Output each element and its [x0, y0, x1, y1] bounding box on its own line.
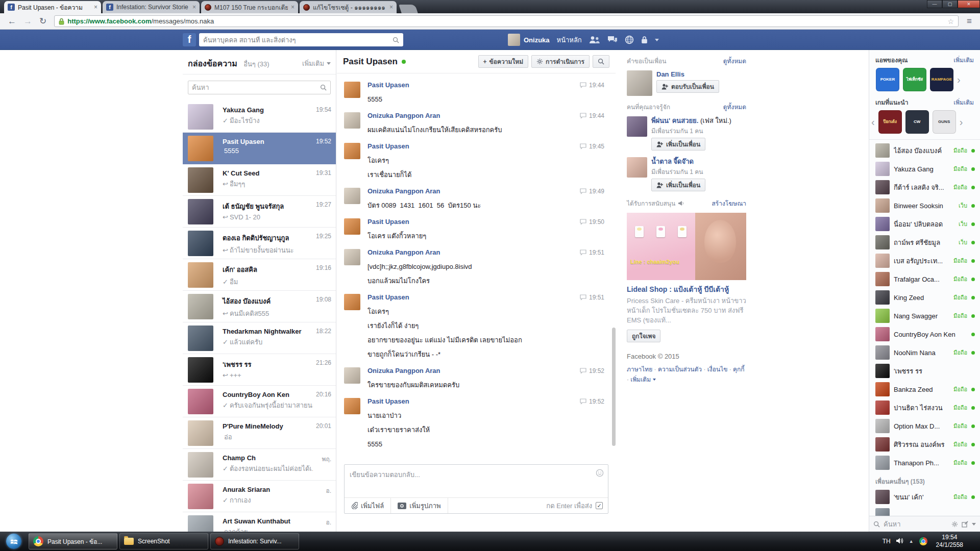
footer-link[interactable]: ภาษาไทย	[627, 366, 658, 373]
minimize-button[interactable]: —	[927, 0, 942, 8]
more-apps-link[interactable]: เพิ่มเติม	[953, 55, 974, 65]
app-tile[interactable]: POKER	[876, 68, 899, 91]
notifications-globe-icon[interactable]	[625, 35, 634, 44]
game-tile[interactable]: ป๊อกเด้ง	[878, 110, 902, 134]
conversation-item[interactable]: Art Suwan Kunthabut กากด้วย อ.	[183, 512, 336, 532]
ad-title-link[interactable]: Lideal Shop : แป้งเต้าหู้ บีบีเต้าหู้	[627, 285, 746, 294]
add-photo-button[interactable]: เพิ่มรูปภาพ	[391, 498, 448, 513]
message-sender[interactable]: Onizuka Pangpon Aran	[368, 366, 608, 375]
close-tab-icon[interactable]: ×	[291, 4, 295, 10]
footer-link[interactable]: ความเป็นส่วนตัว	[658, 366, 707, 373]
enter-to-send-checkbox[interactable]: ✓	[596, 502, 603, 509]
message-sender[interactable]: Pasit Upasen	[368, 217, 608, 227]
ad-image[interactable]: Line : chaaim2you	[627, 213, 746, 280]
conversation-item[interactable]: ตองเอ กิตติปรัชญานุกูล ↩ถ้าไม่ขายงั้นขอผ…	[183, 228, 336, 259]
avatar[interactable]	[344, 367, 360, 384]
inbox-search-input[interactable]	[192, 84, 320, 91]
actions-button[interactable]: การดำเนินการ	[531, 55, 590, 68]
chat-contact[interactable]: Binweer Sooksin เว็บ	[869, 196, 980, 215]
taskbar-button[interactable]: Infestation: Surviv...	[210, 533, 299, 549]
chat-contact[interactable]: 'เพชรร รร	[869, 362, 980, 380]
browser-tab[interactable]: f แก้ไขโซรเซตู้ - ๑๑๑๑๑๑๑๑ ×	[300, 1, 397, 13]
footer-more-link[interactable]: เพิ่มเติม	[630, 374, 656, 385]
friend-requests-icon[interactable]	[589, 36, 600, 44]
chat-contact[interactable]: ไอ้สอง บ๊องแบงค์ มือถือ	[869, 141, 980, 160]
suggestion-name[interactable]: น้ำตาล จี๊ดจ๊าด	[651, 157, 705, 166]
messages-icon[interactable]	[607, 36, 618, 44]
avatar[interactable]	[344, 112, 360, 129]
address-bar[interactable]: https://www.facebook.com/messages/mos.na…	[54, 15, 959, 27]
chevron-right-icon[interactable]: ›	[957, 74, 961, 85]
conversation-item[interactable]: เค้ก' ออสคิล ✓อืม 19:16	[183, 259, 336, 291]
create-ad-link[interactable]: สร้างโฆษณา	[712, 198, 747, 208]
avatar[interactable]	[344, 398, 360, 414]
chat-contact[interactable]: NooNim Nana มือถือ	[869, 343, 980, 362]
avatar[interactable]	[344, 249, 360, 265]
browser-tab[interactable]: f Infestation: Survivor Storie ×	[103, 1, 200, 13]
chat-contact[interactable]: Option Max D... มือถือ	[869, 417, 980, 435]
like-page-button[interactable]: ถูกใจเพจ	[627, 330, 660, 342]
conversation-item[interactable]: P'Pure MineMelody อ่อ 20:01	[183, 417, 336, 449]
maximize-button[interactable]: ▢	[942, 0, 958, 8]
inbox-search-box[interactable]	[188, 81, 331, 94]
accept-friend-button[interactable]: ตอบรับเป็นเพื่อน	[656, 80, 719, 93]
hidden-icons-arrow[interactable]: ▲	[909, 539, 914, 544]
chat-search-bar[interactable]	[869, 516, 980, 532]
add-file-button[interactable]: เพิ่มไฟล์	[345, 498, 391, 513]
conversation-item[interactable]: ไอ้สอง บ๊องแบงค์ ↩คนมีเคดิส555 19:08	[183, 291, 336, 322]
avatar[interactable]	[344, 294, 360, 310]
app-tile[interactable]: ไพ่เท็กซัส	[903, 68, 926, 91]
conversation-item[interactable]: Yakuza Gang ✓มีอะไรบ้าง 19:54	[183, 101, 336, 133]
add-friend-button[interactable]: เพิ่มเป็นเพื่อน	[651, 138, 705, 151]
chat-contact[interactable]: Trafalgar Oca... มือถือ	[869, 270, 980, 288]
clock[interactable]: 19:54 24/1/2558	[933, 534, 966, 549]
language-indicator[interactable]: TH	[883, 538, 891, 545]
chat-contact[interactable]: Nang Swagger มือถือ	[869, 307, 980, 325]
thread-search-button[interactable]	[593, 55, 609, 68]
volume-icon[interactable]	[896, 538, 903, 545]
footer-link[interactable]: เงื่อนไข	[707, 366, 733, 373]
chat-contact[interactable]: Bankza Zeed มือถือ	[869, 380, 980, 398]
chat-contact[interactable]: CountryBoy Aon Ken	[869, 325, 980, 343]
chat-contact[interactable]: ถาม์พร ศรีชัยมูล เว็บ	[869, 233, 980, 252]
new-message-button[interactable]: + ข้อความใหม่	[478, 55, 529, 68]
avatar[interactable]	[627, 157, 647, 178]
settings-caret-icon[interactable]	[655, 39, 659, 41]
chat-contact[interactable]: ปานธิดา ไร่สงวน มือถือ	[869, 398, 980, 417]
browser-tab[interactable]: f Pasit Upasen - ข้อความ ×	[4, 1, 101, 13]
refresh-icon[interactable]: ↻	[36, 17, 50, 26]
avatar[interactable]	[344, 188, 360, 204]
home-link[interactable]: หน้าหลัก	[557, 35, 582, 45]
close-tab-icon[interactable]: ×	[389, 4, 393, 10]
message-sender[interactable]: Onizuka Pangpon Aran	[368, 187, 608, 196]
avatar[interactable]	[627, 116, 647, 137]
avatar[interactable]	[344, 82, 360, 98]
chevron-left-icon[interactable]: ‹	[871, 117, 875, 127]
message-sender[interactable]: Pasit Upasen	[368, 142, 608, 151]
more-games-link[interactable]: เพิ่มเติม	[953, 97, 974, 107]
chat-contact[interactable]: King Zeed มือถือ	[869, 288, 980, 307]
chat-contact[interactable]: Thanapon Ph... มือถือ	[869, 454, 980, 472]
smiley-icon[interactable]	[596, 469, 604, 479]
taskbar-button[interactable]: Pasit Upasen - ข้อ...	[29, 533, 117, 549]
search-icon[interactable]	[393, 37, 399, 43]
facebook-search-input[interactable]	[203, 36, 393, 44]
conversation-item[interactable]: Pasit Upasen 5555 19:52	[183, 133, 336, 164]
bookmark-star-icon[interactable]: ☆	[948, 17, 954, 26]
conversation-item[interactable]: Champ Ch ✓ต้องรอหน่อยนะผมไม่ค่อยได้เ... …	[183, 449, 336, 481]
chat-contact[interactable]: นี่ออม' ปลิบตลอด เว็บ	[869, 215, 980, 233]
chat-contact[interactable]: เบส อรัญประเท... มือถือ	[869, 252, 980, 270]
see-all-link[interactable]: ดูทั้งหมด	[723, 102, 746, 112]
message-sender[interactable]: Pasit Upasen	[368, 397, 608, 406]
inbox-other-link[interactable]: อื่นๆ (33)	[243, 60, 269, 68]
request-name[interactable]: Dan Ellis	[656, 70, 719, 78]
add-friend-button[interactable]: เพิ่มเป็นเพื่อน	[651, 179, 705, 191]
inbox-more-link[interactable]: เพิ่มเติม	[302, 58, 331, 69]
facebook-search[interactable]	[199, 33, 403, 46]
conversation-item[interactable]: เต้ ธนัญชัย พูนจรัสกุล ↩SVD 1- 20 19:27	[183, 196, 336, 228]
message-composer[interactable]: เขียนข้อความตอบกลับ... เพิ่มไฟล์ เพิ่มรู…	[344, 464, 608, 514]
message-sender[interactable]: Pasit Upasen	[368, 293, 608, 302]
profile-link[interactable]: Onizuka	[508, 34, 550, 46]
conversation-item[interactable]: 'เพชรร รร ↩+++ 21:26	[183, 354, 336, 386]
chat-contact[interactable]: ศิริวรรณ อนงค์พร มือถือ	[869, 435, 980, 454]
